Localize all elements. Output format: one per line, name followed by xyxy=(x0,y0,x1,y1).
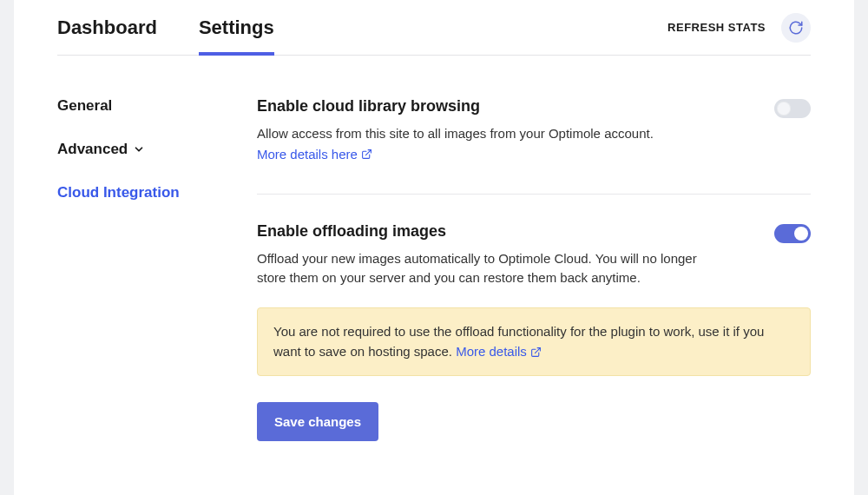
section-desc: Allow access from this site to all image… xyxy=(257,124,654,143)
toggle-offloading[interactable] xyxy=(774,224,811,243)
chevron-down-icon xyxy=(133,143,145,155)
toggle-cloud-library[interactable] xyxy=(774,99,811,118)
refresh-stats-button[interactable] xyxy=(781,13,811,43)
section-cloud-library: Enable cloud library browsing Allow acce… xyxy=(257,97,811,195)
more-details-link[interactable]: More details here xyxy=(257,147,372,162)
sidebar-item-advanced[interactable]: Advanced xyxy=(57,141,231,158)
external-link-icon xyxy=(361,148,372,160)
tab-settings[interactable]: Settings xyxy=(199,0,274,55)
top-right: REFRESH STATS xyxy=(667,13,811,43)
svg-line-1 xyxy=(535,347,540,353)
refresh-icon xyxy=(788,20,804,36)
save-changes-button[interactable]: Save changes xyxy=(257,402,378,441)
link-label: More details here xyxy=(257,147,358,162)
offload-notice: You are not required to use the offload … xyxy=(257,307,811,376)
sidebar-item-cloud-integration[interactable]: Cloud Integration xyxy=(57,184,231,201)
settings-content: Enable cloud library browsing Allow acce… xyxy=(257,97,811,441)
refresh-stats-label: REFRESH STATS xyxy=(667,21,766,34)
notice-more-details-link[interactable]: More details xyxy=(456,342,542,362)
section-desc: Offload your new images automatically to… xyxy=(257,249,726,287)
tab-dashboard[interactable]: Dashboard xyxy=(57,0,157,55)
tabs: Dashboard Settings xyxy=(57,0,274,55)
sidebar-item-general[interactable]: General xyxy=(57,97,231,115)
section-title: Enable cloud library browsing xyxy=(257,97,654,116)
section-title: Enable offloading images xyxy=(257,222,726,241)
section-offloading: Enable offloading images Offload your ne… xyxy=(257,222,811,442)
settings-sidebar: General Advanced Cloud Integration xyxy=(57,97,231,441)
external-link-icon xyxy=(530,346,542,358)
topbar: Dashboard Settings REFRESH STATS xyxy=(57,0,811,56)
link-label: More details xyxy=(456,342,527,362)
svg-line-0 xyxy=(365,149,371,155)
sidebar-item-label: Advanced xyxy=(57,141,128,158)
